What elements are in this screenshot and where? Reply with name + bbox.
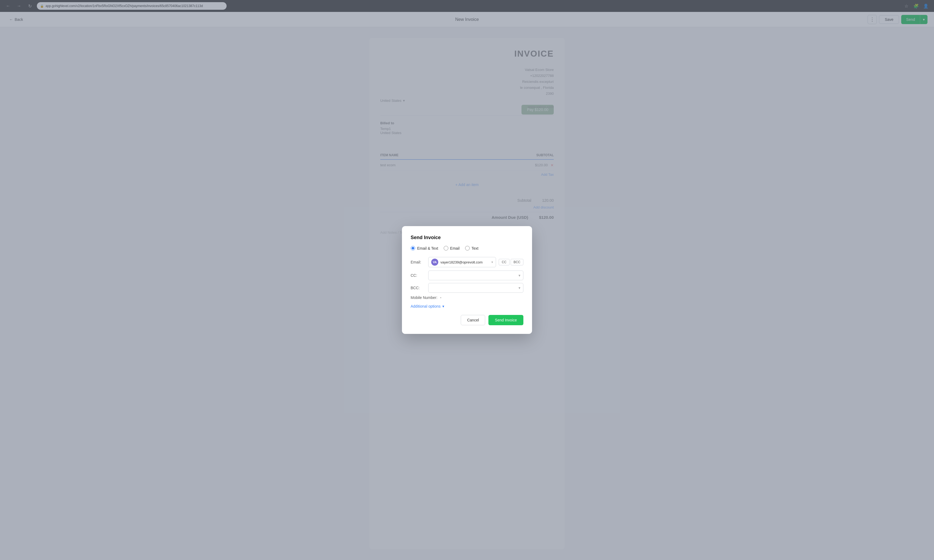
mobile-row: Mobile Number: - <box>411 295 523 300</box>
email-text-label: Email & Text <box>417 246 438 251</box>
cc-field[interactable]: ▾ <box>428 271 523 280</box>
email-option[interactable]: Email <box>444 246 460 251</box>
bcc-row: BCC: ▾ <box>411 283 523 293</box>
text-radio[interactable] <box>465 246 470 251</box>
send-invoice-button[interactable]: Send Invoice <box>488 315 523 325</box>
modal-title: Send Invoice <box>411 235 523 240</box>
bcc-label: BCC: <box>411 286 426 290</box>
email-row: Email: VA vayer18239@oprevolt.com ▾ CC B… <box>411 257 523 267</box>
bcc-button[interactable]: BCC <box>511 259 523 265</box>
email-field[interactable]: VA vayer18239@oprevolt.com ▾ <box>428 257 496 267</box>
mobile-value: - <box>440 295 442 300</box>
email-radio[interactable] <box>444 246 448 251</box>
modal-footer: Cancel Send Invoice <box>411 315 523 325</box>
email-value: vayer18239@oprevolt.com <box>440 260 489 264</box>
cancel-button[interactable]: Cancel <box>461 315 485 325</box>
email-label: Email <box>450 246 460 251</box>
cc-button[interactable]: CC <box>499 259 509 265</box>
additional-options-toggle[interactable]: Additional options ▾ <box>411 304 523 308</box>
text-option[interactable]: Text <box>465 246 479 251</box>
modal-overlay: Send Invoice Email & Text Email Text E <box>0 0 934 560</box>
cc-field-arrow: ▾ <box>519 273 520 278</box>
email-dropdown-icon[interactable]: ▾ <box>491 260 493 264</box>
email-text-option[interactable]: Email & Text <box>411 246 438 251</box>
email-text-radio[interactable] <box>411 246 415 251</box>
bcc-field-arrow: ▾ <box>519 286 520 290</box>
mobile-label: Mobile Number: <box>411 295 437 300</box>
cc-row: CC: ▾ <box>411 271 523 280</box>
text-label: Text <box>472 246 479 251</box>
additional-options-chevron-icon: ▾ <box>442 304 444 308</box>
page-content: INVOICE Vatsal Ecom Store +12022027788 R… <box>0 27 934 560</box>
avatar: VA <box>431 258 438 266</box>
send-options-group: Email & Text Email Text <box>411 246 523 251</box>
send-invoice-modal: Send Invoice Email & Text Email Text E <box>402 226 532 334</box>
additional-options-label: Additional options <box>411 304 441 308</box>
bcc-field[interactable]: ▾ <box>428 283 523 293</box>
cc-bcc-buttons: CC BCC <box>499 259 523 265</box>
cc-label: CC: <box>411 273 426 278</box>
email-field-label: Email: <box>411 260 426 264</box>
